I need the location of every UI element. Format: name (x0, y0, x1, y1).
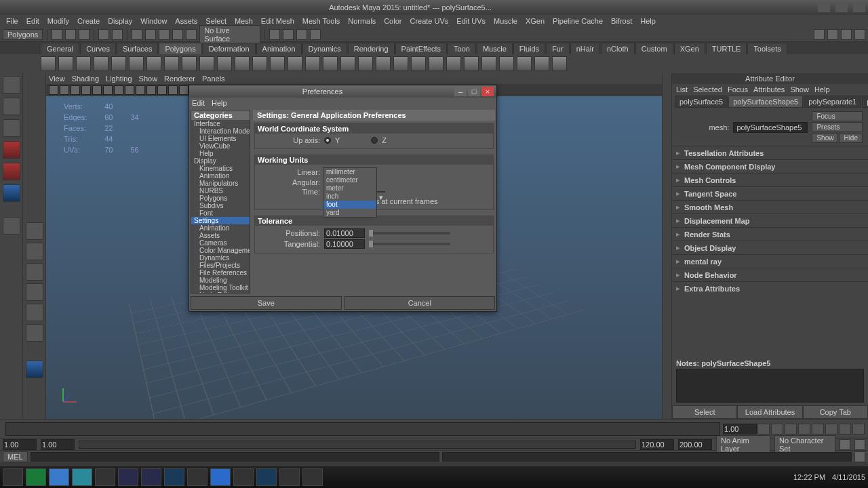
panel-icon-4[interactable] (92, 85, 102, 95)
shelf-icon-15[interactable] (305, 56, 320, 71)
shelf-tab-toon[interactable]: Toon (448, 43, 476, 54)
shelf-tab-muscle[interactable]: Muscle (477, 43, 513, 54)
attr-section[interactable]: ▸Tangent Space (672, 186, 868, 200)
positional-input[interactable] (324, 228, 365, 238)
snap-curve-icon[interactable] (145, 29, 156, 40)
category-item[interactable]: Dynamics (191, 254, 250, 262)
attr-section[interactable]: ▸Tessellation Attributes (672, 146, 868, 159)
close-button[interactable] (853, 3, 865, 12)
shelf-icon-20[interactable] (393, 56, 408, 71)
attr-menu-selected[interactable]: Selected (693, 85, 722, 94)
shelf-icon-3[interactable] (94, 56, 108, 71)
menu-color[interactable]: Color (380, 17, 405, 25)
undo-icon[interactable] (98, 29, 109, 40)
menu-edit-mesh[interactable]: Edit Mesh (258, 17, 298, 25)
anim-end-input[interactable] (678, 439, 712, 450)
shelf-icon-16[interactable] (323, 56, 338, 71)
shelf-icon-23[interactable] (446, 56, 461, 71)
scale-tool-icon[interactable] (3, 184, 20, 202)
unit-option[interactable]: millimeter (323, 168, 376, 176)
panel-icon-10[interactable] (157, 85, 167, 95)
panel-icon-3[interactable] (81, 85, 91, 95)
open-scene-icon[interactable] (65, 29, 76, 40)
shelf-tab-painteffects[interactable]: PaintEffects (395, 43, 448, 54)
category-item[interactable]: Cameras (191, 239, 250, 247)
menu-help[interactable]: Help (637, 17, 659, 25)
snap-live-icon[interactable] (186, 29, 197, 40)
time-slider-track[interactable] (5, 422, 720, 436)
load-attrs-button[interactable]: Load Attributes (737, 405, 802, 419)
unit-option[interactable]: yard (323, 209, 376, 217)
photoshop2-icon[interactable] (256, 468, 277, 486)
menu-edit-uvs[interactable]: Edit UVs (453, 17, 489, 25)
shelf-icon-12[interactable] (252, 56, 267, 71)
moduleset-dropdown[interactable]: Polygons (3, 29, 43, 40)
panel-icon-6[interactable] (114, 85, 123, 95)
shelf-icon-6[interactable] (146, 56, 161, 71)
category-item[interactable]: Interaction Mode (191, 127, 250, 135)
shelf-icon-27[interactable] (517, 56, 532, 71)
category-item[interactable]: Kinematics (191, 165, 250, 172)
single-pane-icon[interactable] (26, 222, 43, 240)
chrome-icon[interactable] (95, 468, 115, 486)
play-forward-icon[interactable] (812, 424, 824, 434)
goto-start-icon[interactable] (757, 424, 770, 434)
goto-end-icon[interactable] (852, 424, 865, 434)
premiere-icon[interactable] (118, 468, 138, 486)
upaxis-z-radio[interactable] (371, 137, 378, 144)
attr-menu-focus[interactable]: Focus (728, 85, 748, 94)
shelf-tab-nhair[interactable]: nHair (570, 43, 600, 54)
category-item[interactable]: Interface (191, 120, 250, 127)
panel-menu-panels[interactable]: Panels (202, 75, 225, 83)
category-item[interactable]: Help (191, 150, 250, 157)
attr-menu-show[interactable]: Show (790, 85, 809, 94)
range-start-input[interactable] (41, 439, 75, 450)
shelf-tab-general[interactable]: General (41, 43, 79, 54)
outliner-layout-icon[interactable] (26, 283, 43, 301)
shelf-icon-1[interactable] (58, 56, 73, 71)
category-item[interactable]: UI Elements (191, 135, 250, 142)
render-view-icon[interactable] (310, 29, 321, 40)
explorer-icon[interactable] (49, 468, 69, 486)
shelf-tab-turtle[interactable]: TURTLE (706, 43, 747, 54)
redo-icon[interactable] (112, 29, 123, 40)
snap-plane-icon[interactable] (172, 29, 183, 40)
app2-icon[interactable] (302, 468, 323, 486)
step-forward-icon[interactable] (825, 424, 837, 434)
category-item[interactable]: Display (191, 157, 250, 165)
upaxis-y-radio[interactable] (324, 137, 331, 144)
shelf-tab-custom[interactable]: Custom (635, 43, 673, 54)
move-tool-icon[interactable] (3, 141, 20, 159)
shelf-icon-26[interactable] (499, 56, 514, 71)
shelf-icon-0[interactable] (41, 56, 56, 71)
unit-option[interactable]: inch (323, 192, 376, 201)
snap-point-icon[interactable] (159, 29, 170, 40)
shelf-icon-13[interactable] (270, 56, 285, 71)
recorder-icon[interactable] (187, 468, 208, 486)
paint-select-tool-icon[interactable] (3, 119, 20, 137)
rotate-tool-icon[interactable] (3, 163, 20, 180)
panel-icon-9[interactable] (146, 85, 156, 95)
excel-icon[interactable] (26, 468, 46, 486)
category-item[interactable]: Files/Projects (191, 262, 250, 269)
menu-select[interactable]: Select (202, 17, 230, 25)
shelf-icon-11[interactable] (235, 56, 250, 71)
anim-start-input[interactable] (3, 439, 37, 450)
presets-button[interactable]: Presets (812, 122, 863, 132)
attr-section[interactable]: ▸Render Stats (672, 227, 868, 241)
step-back-icon[interactable] (785, 424, 797, 434)
attr-section[interactable]: ▸mental ray (672, 254, 868, 268)
menu-bifrost[interactable]: Bifrost (608, 17, 635, 25)
category-item[interactable]: Font (191, 209, 250, 217)
attr-section[interactable]: ▸Object Display (672, 241, 868, 254)
unit-option[interactable]: meter (323, 184, 376, 192)
current-frame-input[interactable] (723, 424, 757, 434)
hide-button[interactable]: Hide (839, 133, 863, 143)
attr-menu-list[interactable]: List (676, 85, 688, 94)
menu-normals[interactable]: Normals (344, 17, 379, 25)
category-item[interactable]: Settings (191, 217, 250, 224)
attr-editor-toggle-icon[interactable] (827, 29, 838, 40)
mail-icon[interactable] (210, 468, 231, 486)
attr-tab[interactable]: polySurface5 (675, 96, 728, 108)
attr-menu-attributes[interactable]: Attributes (753, 85, 785, 94)
